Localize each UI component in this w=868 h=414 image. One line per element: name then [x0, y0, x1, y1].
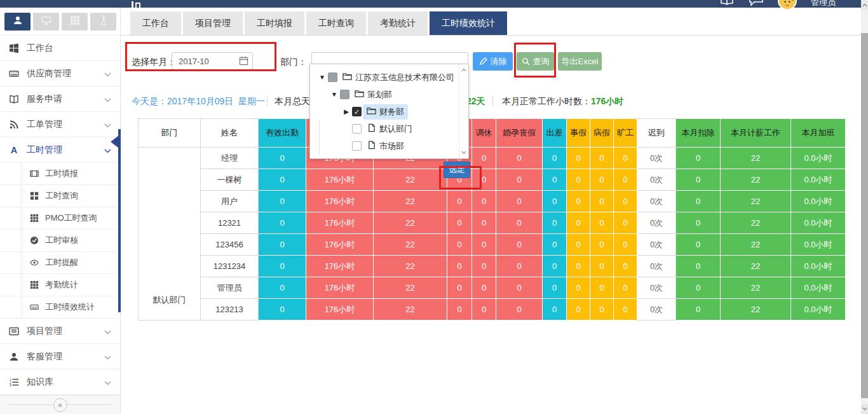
value-cell: 0	[259, 234, 306, 256]
book-icon[interactable]	[719, 0, 735, 9]
chevron-down-icon	[104, 377, 111, 387]
department-label: 部门：	[280, 57, 307, 68]
workdays-value: 22天	[466, 96, 485, 106]
tab-5[interactable]: 工时绩效统计	[430, 11, 507, 35]
sidebar-item-6[interactable]: 客服管理	[0, 344, 120, 369]
tree-checkbox[interactable]: ✓	[352, 107, 362, 116]
svg-text:3: 3	[10, 383, 11, 387]
scrollbar-thumb[interactable]	[861, 33, 868, 398]
sidebar-subitem-5[interactable]: 考勤统计	[0, 274, 120, 296]
sidebar-subitem-4[interactable]: 工时提醒	[0, 252, 120, 274]
tree-checkbox[interactable]	[352, 124, 362, 134]
value-cell: 22	[374, 256, 447, 277]
value-cell: 0	[614, 234, 637, 256]
value-cell: 176小时	[306, 169, 374, 191]
scroll-up-icon[interactable]	[861, 0, 868, 10]
sidebar-item-1[interactable]: 供应商管理	[0, 61, 120, 86]
value-cell: 0	[543, 256, 567, 277]
tree-node-4[interactable]: 市场部	[310, 137, 468, 155]
avatar[interactable]	[778, 0, 797, 10]
tab-2[interactable]: 工时填报	[245, 11, 304, 35]
scroll-down-icon[interactable]	[861, 404, 868, 414]
sidebar-item-4[interactable]: A工时管理	[0, 137, 120, 163]
chat-icon[interactable]	[749, 0, 764, 9]
sidebar-item-7[interactable]: 123知识库	[0, 369, 120, 395]
tree-node-1[interactable]: ▼策划部	[310, 86, 468, 103]
value-cell: 0	[614, 148, 637, 169]
tree-checkbox[interactable]	[352, 141, 362, 151]
rss-icon	[9, 119, 20, 130]
grid-icon	[30, 280, 39, 289]
tree-expander[interactable]: ▶	[342, 108, 351, 115]
sidebar-menu: 工作台供应商管理服务申请工单管理A工时管理工时填报工时查询PMO工时查询工时审核…	[0, 35, 120, 395]
flask-icon	[98, 15, 109, 28]
chevron-down-icon	[104, 120, 111, 130]
tree-node-0[interactable]: ▼江苏京玉信息技术有限公司	[310, 69, 468, 86]
value-cell: 0	[614, 191, 637, 212]
chevron-down-icon	[104, 352, 111, 362]
main-content: 工作台项目管理工时填报工时查询考勤统计工时绩效统计 选择年月： 部门： 清除 查…	[121, 8, 861, 414]
sidebar-item-2[interactable]: 服务申请	[0, 86, 120, 112]
tab-1[interactable]: 项目管理	[183, 11, 243, 35]
name-cell: 1231234	[201, 256, 259, 277]
sidebar-item-label: 供应商管理	[27, 68, 104, 79]
value-cell: 176小时	[306, 277, 374, 299]
calendar-icon[interactable]	[239, 56, 248, 68]
tree-expander[interactable]: ▼	[318, 74, 327, 81]
name-cell: 一棵树	[201, 169, 259, 191]
sidebar-mode-grid-icon[interactable]	[62, 13, 88, 31]
sidebar-subitem-3[interactable]: 工时审核	[0, 230, 120, 252]
sidebar-subitem-2[interactable]: PMO工时查询	[0, 207, 120, 230]
tree-node-2[interactable]: ▶✓财务部	[310, 103, 468, 120]
sidebar-subitem-1[interactable]: 工时查询	[0, 185, 120, 207]
value-cell: 176小时	[306, 299, 374, 321]
value-cell: 22	[374, 191, 447, 212]
sidebar-mode-person-icon[interactable]	[4, 13, 31, 31]
value-cell: 0.0小时	[791, 169, 846, 191]
sidebar-subitem-6[interactable]: 工时绩效统计	[0, 296, 120, 319]
dropdown-scrollbar[interactable]	[459, 64, 468, 158]
workbench-icon	[9, 43, 20, 53]
column-header: 本月计薪工作	[721, 119, 791, 148]
file-icon	[367, 123, 376, 135]
folder-icon	[342, 72, 352, 83]
tree-node-3[interactable]: 默认部门	[310, 120, 468, 137]
check-icon	[30, 236, 39, 245]
table-row: 1232130176小时2200000000次0220.0小时	[139, 299, 846, 321]
value-cell: 0	[447, 277, 472, 299]
value-cell: 0	[259, 277, 306, 299]
work-hours-label: 本月正常工作小时数：	[502, 96, 591, 106]
value-cell: 22	[721, 234, 791, 256]
export-excel-button[interactable]: 导出Excel	[558, 52, 602, 71]
value-cell: 0	[543, 169, 567, 191]
value-cell: 0	[472, 299, 496, 321]
sidebar-item-3[interactable]: 工单管理	[0, 112, 120, 137]
value-cell: 0	[590, 256, 614, 277]
query-button[interactable]: 查询	[517, 52, 554, 71]
tree-checkbox[interactable]	[340, 90, 349, 99]
sidebar-subitem-0[interactable]: 工时填报	[0, 163, 120, 185]
sidebar-item-5[interactable]: 项目管理	[0, 319, 120, 344]
value-cell: 22	[374, 299, 447, 321]
sidebar-icon-tabs	[0, 8, 120, 35]
username[interactable]: 管理员	[811, 0, 836, 8]
column-header: 事假	[567, 119, 590, 148]
tree-expander[interactable]: ▼	[330, 91, 339, 98]
page-scrollbar[interactable]	[861, 0, 868, 414]
value-cell: 0	[496, 256, 543, 277]
sidebar-mode-flask-icon[interactable]	[90, 13, 116, 31]
tab-3[interactable]: 工时查询	[306, 11, 366, 35]
sidebar-item-0[interactable]: 工作台	[0, 36, 120, 61]
clear-button[interactable]: 清除	[473, 52, 513, 71]
tree-checkbox[interactable]	[328, 72, 337, 82]
value-cell: 22	[721, 169, 791, 191]
sidebar-mode-monitor-icon[interactable]	[33, 13, 59, 31]
collapse-sidebar-button[interactable]: «	[53, 398, 67, 412]
tree-confirm-button[interactable]: 选定	[444, 162, 470, 178]
sidebar-item-label: 知识库	[27, 376, 104, 388]
value-cell: 0.0小时	[791, 191, 846, 212]
tab-0[interactable]: 工作台	[130, 11, 181, 35]
value-cell: 0次	[637, 234, 676, 256]
value-cell: 0	[567, 234, 590, 256]
tab-4[interactable]: 考勤统计	[368, 11, 428, 35]
